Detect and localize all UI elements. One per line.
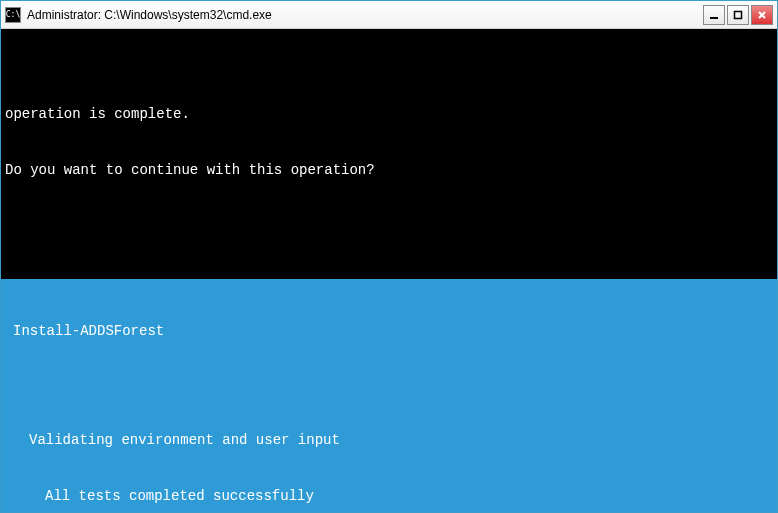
svg-rect-1 — [735, 11, 742, 18]
progress-validating: Validating environment and user input — [13, 431, 765, 450]
minimize-button[interactable] — [703, 5, 725, 25]
titlebar[interactable]: C:\ Administrator: C:\Windows\system32\c… — [1, 1, 777, 29]
terminal-upper-text: operation is complete. Do you want to co… — [1, 67, 777, 218]
progress-tests-passed: All tests completed successfully — [13, 487, 765, 506]
cmd-window: C:\ Administrator: C:\Windows\system32\c… — [0, 0, 778, 513]
install-progress-block: Install-ADDSForest Validating environmen… — [1, 279, 777, 512]
cmd-icon: C:\ — [5, 7, 21, 23]
progress-title: Install-ADDSForest — [13, 322, 765, 341]
terminal-output[interactable]: operation is complete. Do you want to co… — [1, 29, 777, 512]
maximize-button[interactable] — [727, 5, 749, 25]
terminal-line: Do you want to continue with this operat… — [5, 161, 773, 180]
terminal-line: operation is complete. — [5, 105, 773, 124]
window-title: Administrator: C:\Windows\system32\cmd.e… — [27, 8, 703, 22]
window-controls — [703, 5, 773, 25]
close-button[interactable] — [751, 5, 773, 25]
